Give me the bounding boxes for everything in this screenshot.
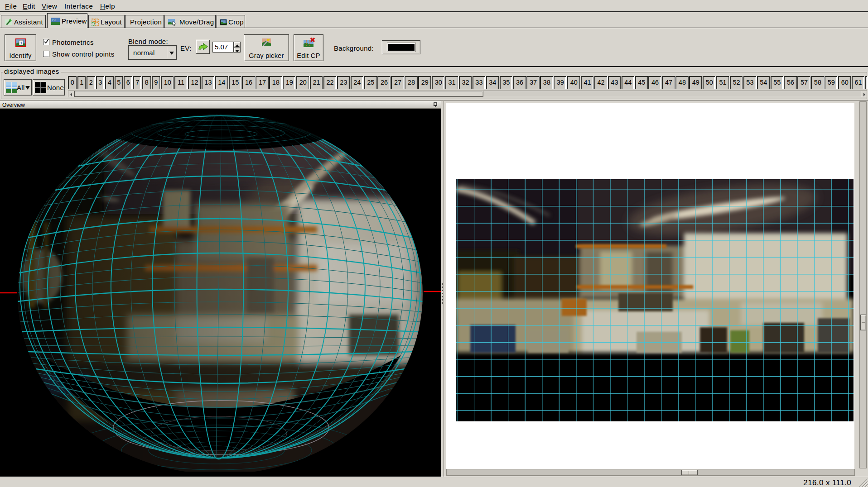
svg-text:1: 1 — [20, 41, 23, 45]
svg-text:GL: GL — [52, 19, 57, 22]
